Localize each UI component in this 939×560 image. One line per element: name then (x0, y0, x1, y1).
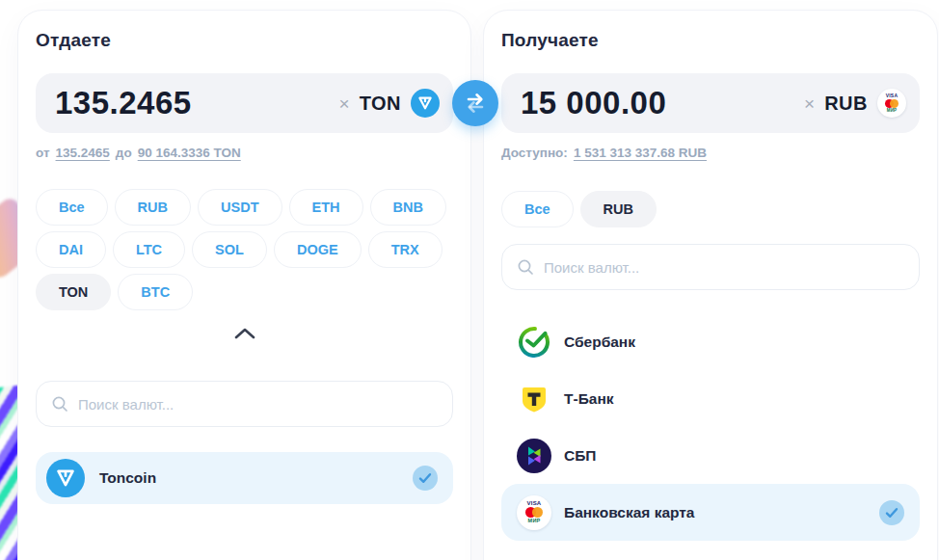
send-panel: Отдаете × TON от 135.2465 до 90 164.3336… (17, 10, 471, 560)
visa-logo: VISA (886, 93, 898, 98)
send-currency-group: × TON (339, 89, 440, 118)
limit-to-label: до (116, 146, 132, 160)
filter-chip-sol[interactable]: SOL (192, 231, 267, 268)
visa-logo: VISA (527, 500, 542, 506)
filter-chip-rub[interactable]: RUB (115, 189, 191, 226)
filter-chip-bnb[interactable]: BNB (370, 189, 446, 226)
bank-row-sberbank[interactable]: Сбербанк (501, 313, 920, 370)
collapse-filters-button[interactable] (223, 323, 267, 344)
search-icon (517, 258, 534, 276)
send-panel-title: Отдаете (36, 30, 453, 51)
receive-available: Доступно: 1 531 313 337.68 RUB (501, 146, 920, 160)
sbp-icon (517, 439, 551, 473)
filter-chip-ltc[interactable]: LTC (113, 231, 185, 268)
bank-name: Сбербанк (564, 333, 635, 351)
receive-search-input[interactable] (544, 259, 904, 276)
mastercard-logo (885, 99, 899, 108)
chevron-up-icon (232, 327, 257, 340)
limit-to-link[interactable]: 90 164.3336 TON (138, 146, 241, 160)
mastercard-logo (525, 507, 543, 518)
filter-chip-dai[interactable]: DAI (36, 231, 106, 268)
available-label: Доступно: (501, 146, 568, 160)
send-search-box (36, 381, 453, 427)
filter-chip-btc[interactable]: BTC (118, 274, 193, 310)
bank-card-icon: VISA МИР (517, 495, 551, 530)
payment-methods-list: Сбербанк Т-Банк (501, 313, 920, 541)
asset-name: Toncoin (99, 469, 156, 487)
limit-from-label: от (36, 146, 50, 160)
clear-currency-icon[interactable]: × (804, 94, 815, 113)
mir-logo: МИР (528, 519, 541, 524)
filter-chip-all[interactable]: Все (501, 191, 574, 227)
filter-chip-rub[interactable]: RUB (580, 191, 657, 227)
send-limits: от 135.2465 до 90 164.3336 TON (36, 146, 453, 160)
receive-panel: Получаете × RUB VISA МИР Доступно: 1 531… (483, 10, 938, 560)
receive-search-box (501, 244, 920, 290)
receive-panel-title: Получаете (501, 30, 920, 51)
bank-card-icon: VISA МИР (877, 89, 906, 118)
swap-currencies-button[interactable] (452, 80, 498, 126)
send-currency-label[interactable]: TON (360, 93, 401, 115)
bank-row-sbp[interactable]: СБП (501, 427, 920, 484)
clear-currency-icon[interactable]: × (339, 94, 350, 113)
filter-chip-trx[interactable]: TRX (368, 231, 443, 268)
receive-amount-field: × RUB VISA МИР (501, 73, 920, 133)
exchange-widget: Отдаете × TON от 135.2465 до 90 164.3336… (0, 0, 939, 560)
limit-from-link[interactable]: 135.2465 (56, 146, 110, 160)
bank-name: Т-Банк (564, 390, 614, 408)
receive-currency-group: × RUB VISA МИР (804, 89, 906, 118)
selected-check-icon (879, 500, 904, 525)
filter-chip-all[interactable]: Все (36, 189, 108, 226)
ton-icon (411, 89, 440, 118)
receive-currency-filters: Все RUB (501, 191, 920, 227)
available-value-link[interactable]: 1 531 313 337.68 RUB (574, 146, 707, 160)
receive-currency-label[interactable]: RUB (824, 93, 868, 115)
bank-row-card[interactable]: VISA МИР Банковская карта (501, 484, 920, 541)
send-amount-input[interactable] (55, 85, 339, 121)
filter-chip-ton[interactable]: TON (36, 274, 111, 310)
sberbank-icon (517, 325, 551, 360)
send-search-input[interactable] (78, 396, 438, 413)
toncoin-icon (46, 459, 85, 497)
filter-chip-usdt[interactable]: USDT (198, 189, 282, 226)
mir-logo: МИР (887, 109, 898, 114)
tbank-icon (517, 382, 551, 416)
filter-chip-eth[interactable]: ETH (289, 189, 363, 226)
selected-check-icon (413, 466, 438, 491)
bank-name: СБП (564, 447, 596, 465)
asset-row-toncoin[interactable]: Toncoin (36, 452, 453, 504)
search-icon (51, 395, 68, 413)
swap-arrows-icon (452, 80, 498, 126)
bank-row-tbank[interactable]: Т-Банк (501, 370, 920, 427)
send-currency-filters: Все RUB USDT ETH BNB DAI LTC SOL DOGE TR… (36, 189, 453, 310)
send-amount-field: × TON (36, 73, 453, 133)
bank-name: Банковская карта (564, 504, 695, 521)
receive-amount-input[interactable] (521, 85, 804, 121)
filter-chip-doge[interactable]: DOGE (274, 231, 362, 268)
